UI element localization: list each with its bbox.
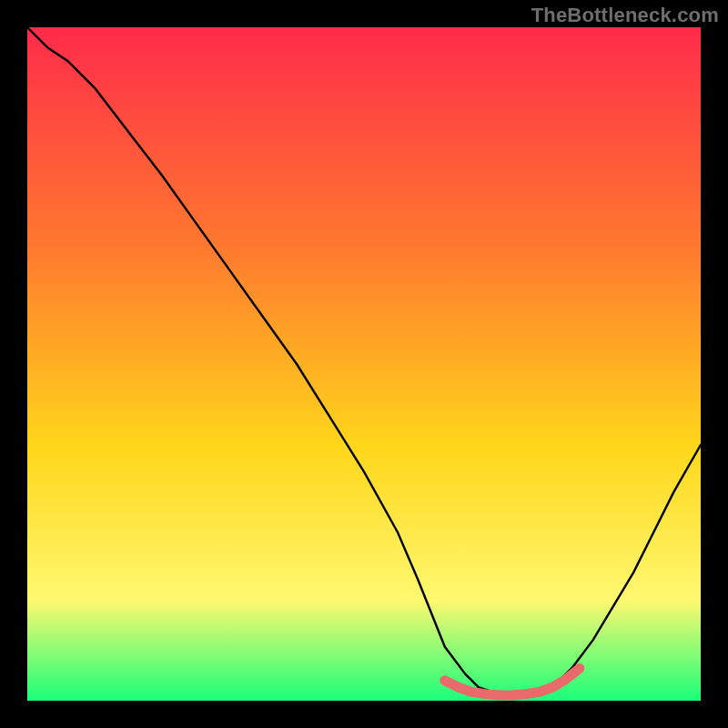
bottleneck-chart (0, 0, 728, 728)
gradient-background (27, 27, 701, 701)
chart-frame: { "watermark": "TheBottleneck.com", "col… (0, 0, 728, 728)
